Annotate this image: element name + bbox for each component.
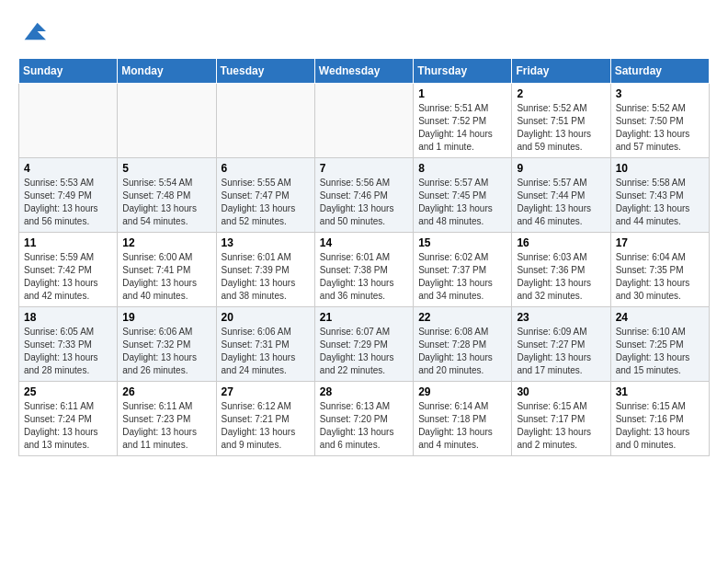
calendar-day-cell: 22Sunrise: 6:08 AMSunset: 7:28 PMDayligh…: [414, 307, 512, 382]
day-info: Sunrise: 5:55 AMSunset: 7:47 PMDaylight:…: [222, 177, 310, 228]
day-number: 9: [517, 162, 605, 175]
calendar-day-cell: 3Sunrise: 5:52 AMSunset: 7:50 PMDaylight…: [610, 84, 709, 158]
day-info: Sunrise: 6:05 AMSunset: 7:33 PMDaylight:…: [24, 326, 112, 377]
calendar-day-cell: 31Sunrise: 6:15 AMSunset: 7:16 PMDayligh…: [610, 382, 709, 456]
day-number: 26: [122, 385, 210, 398]
day-number: 18: [24, 311, 112, 324]
calendar-day-cell: 15Sunrise: 6:02 AMSunset: 7:37 PMDayligh…: [414, 233, 512, 307]
calendar-day-cell: 18Sunrise: 6:05 AMSunset: 7:33 PMDayligh…: [19, 307, 118, 382]
calendar-day-cell: 20Sunrise: 6:06 AMSunset: 7:31 PMDayligh…: [216, 307, 314, 382]
day-number: 12: [122, 236, 210, 249]
day-info: Sunrise: 6:12 AMSunset: 7:21 PMDaylight:…: [222, 400, 310, 452]
calendar-day-cell: 7Sunrise: 5:56 AMSunset: 7:46 PMDaylight…: [314, 158, 413, 233]
calendar-day-cell: 26Sunrise: 6:11 AMSunset: 7:23 PMDayligh…: [118, 382, 216, 456]
calendar-day-cell: 2Sunrise: 5:52 AMSunset: 7:51 PMDaylight…: [512, 84, 610, 158]
calendar-day-cell: 8Sunrise: 5:57 AMSunset: 7:45 PMDaylight…: [414, 158, 512, 233]
day-info: Sunrise: 6:14 AMSunset: 7:18 PMDaylight:…: [418, 400, 506, 452]
calendar-week-row: 1Sunrise: 5:51 AMSunset: 7:52 PMDaylight…: [19, 84, 710, 158]
day-number: 5: [122, 162, 210, 175]
day-number: 4: [24, 162, 112, 175]
calendar-day-cell: 17Sunrise: 6:04 AMSunset: 7:35 PMDayligh…: [610, 233, 709, 307]
calendar-day-cell: [314, 84, 413, 158]
day-info: Sunrise: 6:10 AMSunset: 7:25 PMDaylight:…: [616, 326, 704, 377]
calendar-day-cell: 13Sunrise: 6:01 AMSunset: 7:39 PMDayligh…: [216, 233, 314, 307]
day-info: Sunrise: 5:54 AMSunset: 7:48 PMDaylight:…: [122, 177, 210, 228]
day-info: Sunrise: 5:52 AMSunset: 7:51 PMDaylight:…: [517, 102, 605, 154]
day-number: 1: [418, 87, 506, 100]
day-number: 7: [320, 162, 408, 175]
day-info: Sunrise: 6:00 AMSunset: 7:41 PMDaylight:…: [122, 251, 210, 303]
day-info: Sunrise: 6:01 AMSunset: 7:38 PMDaylight:…: [320, 251, 408, 303]
calendar-day-cell: 10Sunrise: 5:58 AMSunset: 7:43 PMDayligh…: [610, 158, 709, 233]
day-info: Sunrise: 6:07 AMSunset: 7:29 PMDaylight:…: [320, 326, 408, 377]
calendar-day-cell: 19Sunrise: 6:06 AMSunset: 7:32 PMDayligh…: [118, 307, 216, 382]
day-number: 19: [122, 311, 210, 324]
day-info: Sunrise: 6:15 AMSunset: 7:16 PMDaylight:…: [616, 400, 704, 452]
day-info: Sunrise: 6:03 AMSunset: 7:36 PMDaylight:…: [517, 251, 605, 303]
calendar-day-cell: 11Sunrise: 5:59 AMSunset: 7:42 PMDayligh…: [19, 233, 118, 307]
calendar-day-cell: 21Sunrise: 6:07 AMSunset: 7:29 PMDayligh…: [314, 307, 413, 382]
calendar-day-cell: 29Sunrise: 6:14 AMSunset: 7:18 PMDayligh…: [414, 382, 512, 456]
day-info: Sunrise: 5:52 AMSunset: 7:50 PMDaylight:…: [616, 102, 704, 154]
day-info: Sunrise: 5:53 AMSunset: 7:49 PMDaylight:…: [24, 177, 112, 228]
calendar-header-row: SundayMondayTuesdayWednesdayThursdayFrid…: [19, 59, 710, 84]
calendar-week-row: 4Sunrise: 5:53 AMSunset: 7:49 PMDaylight…: [19, 158, 710, 233]
day-of-week-header: Sunday: [19, 59, 118, 84]
day-info: Sunrise: 6:15 AMSunset: 7:17 PMDaylight:…: [517, 400, 605, 452]
calendar-day-cell: 16Sunrise: 6:03 AMSunset: 7:36 PMDayligh…: [512, 233, 610, 307]
calendar-day-cell: [19, 84, 118, 158]
calendar-day-cell: [216, 84, 314, 158]
logo: [18, 18, 46, 49]
day-of-week-header: Wednesday: [314, 59, 413, 84]
day-of-week-header: Thursday: [414, 59, 512, 84]
calendar-day-cell: 25Sunrise: 6:11 AMSunset: 7:24 PMDayligh…: [19, 382, 118, 456]
calendar-week-row: 11Sunrise: 5:59 AMSunset: 7:42 PMDayligh…: [19, 233, 710, 307]
day-info: Sunrise: 5:56 AMSunset: 7:46 PMDaylight:…: [320, 177, 408, 228]
calendar-day-cell: 28Sunrise: 6:13 AMSunset: 7:20 PMDayligh…: [314, 382, 413, 456]
day-of-week-header: Friday: [512, 59, 610, 84]
calendar-day-cell: 27Sunrise: 6:12 AMSunset: 7:21 PMDayligh…: [216, 382, 314, 456]
day-number: 3: [616, 87, 704, 100]
day-info: Sunrise: 5:58 AMSunset: 7:43 PMDaylight:…: [616, 177, 704, 228]
day-number: 22: [418, 311, 506, 324]
day-number: 10: [616, 162, 704, 175]
day-number: 14: [320, 236, 408, 249]
day-number: 23: [517, 311, 605, 324]
day-number: 24: [616, 311, 704, 324]
calendar-table: SundayMondayTuesdayWednesdayThursdayFrid…: [18, 58, 710, 456]
day-info: Sunrise: 6:04 AMSunset: 7:35 PMDaylight:…: [616, 251, 704, 303]
day-number: 31: [616, 385, 704, 398]
day-number: 13: [222, 236, 310, 249]
day-info: Sunrise: 6:09 AMSunset: 7:27 PMDaylight:…: [517, 326, 605, 377]
day-info: Sunrise: 6:13 AMSunset: 7:20 PMDaylight:…: [320, 400, 408, 452]
logo-icon: [20, 18, 46, 44]
calendar-day-cell: 9Sunrise: 5:57 AMSunset: 7:44 PMDaylight…: [512, 158, 610, 233]
calendar-day-cell: 6Sunrise: 5:55 AMSunset: 7:47 PMDaylight…: [216, 158, 314, 233]
calendar-day-cell: 30Sunrise: 6:15 AMSunset: 7:17 PMDayligh…: [512, 382, 610, 456]
day-number: 29: [418, 385, 506, 398]
day-number: 6: [222, 162, 310, 175]
calendar-day-cell: [118, 84, 216, 158]
calendar-day-cell: 1Sunrise: 5:51 AMSunset: 7:52 PMDaylight…: [414, 84, 512, 158]
page-header: [18, 18, 710, 49]
day-info: Sunrise: 6:06 AMSunset: 7:32 PMDaylight:…: [122, 326, 210, 377]
calendar-day-cell: 14Sunrise: 6:01 AMSunset: 7:38 PMDayligh…: [314, 233, 413, 307]
day-number: 11: [24, 236, 112, 249]
day-number: 25: [24, 385, 112, 398]
day-info: Sunrise: 5:57 AMSunset: 7:44 PMDaylight:…: [517, 177, 605, 228]
calendar-day-cell: 24Sunrise: 6:10 AMSunset: 7:25 PMDayligh…: [610, 307, 709, 382]
calendar-day-cell: 4Sunrise: 5:53 AMSunset: 7:49 PMDaylight…: [19, 158, 118, 233]
day-info: Sunrise: 6:11 AMSunset: 7:24 PMDaylight:…: [24, 400, 112, 452]
calendar-day-cell: 23Sunrise: 6:09 AMSunset: 7:27 PMDayligh…: [512, 307, 610, 382]
day-info: Sunrise: 6:01 AMSunset: 7:39 PMDaylight:…: [222, 251, 310, 303]
svg-marker-0: [25, 23, 46, 40]
day-number: 8: [418, 162, 506, 175]
day-info: Sunrise: 5:59 AMSunset: 7:42 PMDaylight:…: [24, 251, 112, 303]
day-info: Sunrise: 6:02 AMSunset: 7:37 PMDaylight:…: [418, 251, 506, 303]
day-info: Sunrise: 5:57 AMSunset: 7:45 PMDaylight:…: [418, 177, 506, 228]
day-number: 28: [320, 385, 408, 398]
day-of-week-header: Monday: [118, 59, 216, 84]
calendar-week-row: 25Sunrise: 6:11 AMSunset: 7:24 PMDayligh…: [19, 382, 710, 456]
calendar-week-row: 18Sunrise: 6:05 AMSunset: 7:33 PMDayligh…: [19, 307, 710, 382]
day-number: 16: [517, 236, 605, 249]
